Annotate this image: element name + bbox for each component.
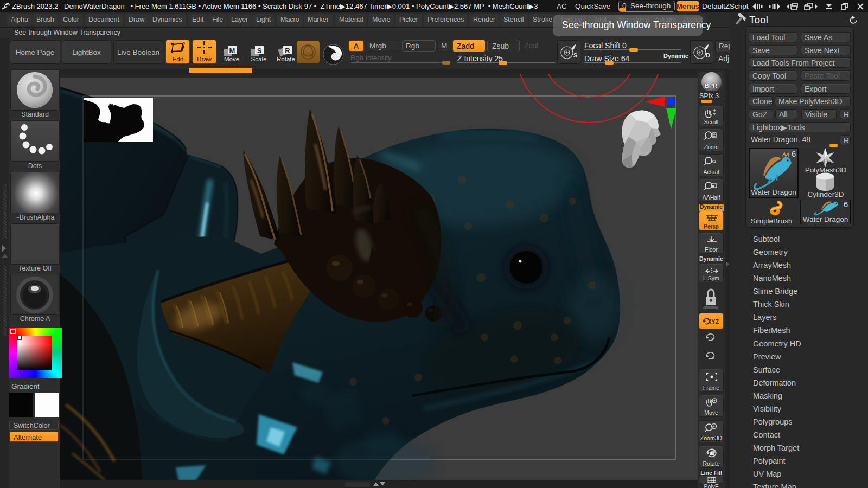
svg-text:x1: x1 bbox=[712, 159, 717, 164]
svg-text:S: S bbox=[257, 47, 262, 55]
svg-text:Z: Z bbox=[711, 355, 714, 360]
svg-text:Y: Y bbox=[711, 336, 714, 342]
svg-text:S: S bbox=[573, 52, 577, 59]
svg-text:D: D bbox=[706, 52, 710, 59]
svg-text:M: M bbox=[229, 47, 235, 55]
svg-text:R: R bbox=[285, 47, 290, 55]
svg-text:XYZ: XYZ bbox=[707, 318, 719, 325]
